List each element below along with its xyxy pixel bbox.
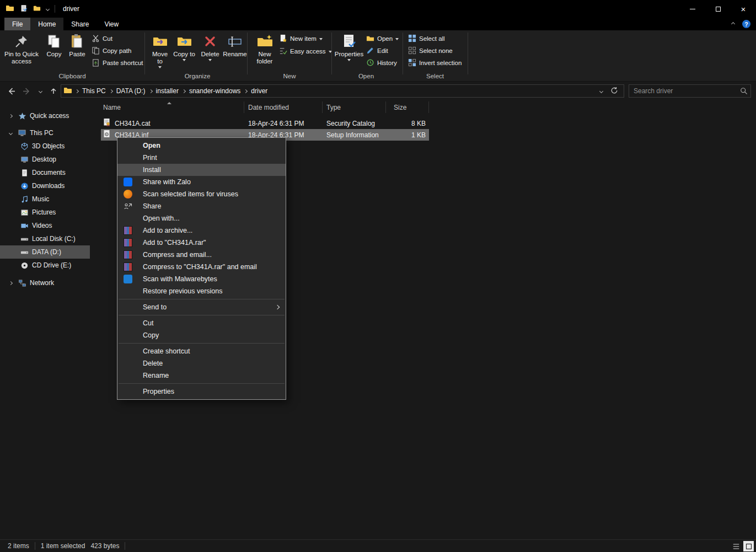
large-icons-view-button[interactable] <box>743 541 754 551</box>
menu-item-compress-and-email[interactable]: Compress and email... <box>117 249 286 261</box>
copy-path-button[interactable]: Copy path <box>92 45 131 57</box>
sidebar-item-data-d[interactable]: DATA (D:) <box>0 245 90 259</box>
back-button[interactable] <box>4 84 19 98</box>
up-button[interactable] <box>46 84 61 98</box>
details-view-button[interactable] <box>731 541 741 551</box>
breadcrumb-snander-windows[interactable]: snander-windows <box>185 87 244 95</box>
copy-button[interactable]: Copy <box>43 32 65 74</box>
easy-access-button[interactable]: Easy access <box>279 45 332 57</box>
menu-item-compress-to-rar-and-email[interactable]: Compress to "CH341A.rar" and email <box>117 261 286 273</box>
sidebar-item-videos[interactable]: Videos <box>0 219 90 232</box>
menu-item-scan-for-viruses[interactable]: Scan selected items for viruses <box>117 188 286 200</box>
select-none-icon <box>408 46 416 56</box>
open-button[interactable]: Open <box>366 33 399 45</box>
column-header-type[interactable]: Type <box>323 101 386 113</box>
menu-item-add-to-archive[interactable]: Add to archive... <box>117 224 286 237</box>
sidebar-item-3d-objects[interactable]: 3D Objects <box>0 140 90 153</box>
breadcrumb-data-d[interactable]: DATA (D:) <box>112 87 149 95</box>
quick-access-toolbar-chevron-icon[interactable] <box>46 7 50 10</box>
edit-button[interactable]: Edit <box>366 45 388 57</box>
breadcrumb-driver[interactable]: driver <box>247 87 271 95</box>
copy-label: Copy <box>47 51 62 58</box>
recent-locations-button[interactable] <box>33 84 47 98</box>
collapse-chevron-icon[interactable] <box>7 132 14 135</box>
search-input[interactable] <box>629 84 751 98</box>
menu-item-restore-previous-versions[interactable]: Restore previous versions <box>117 285 286 297</box>
address-bar[interactable]: This PC DATA (D:) installer snander-wind… <box>61 84 624 98</box>
toolbar-properties-icon[interactable] <box>20 4 28 14</box>
menu-item-label: Add to archive... <box>143 227 192 234</box>
paste-shortcut-button[interactable]: Paste shortcut <box>92 57 143 69</box>
menu-item-print[interactable]: Print <box>117 152 286 164</box>
sidebar-item-documents[interactable]: Documents <box>0 166 90 179</box>
refresh-icon[interactable] <box>610 87 618 96</box>
sidebar-item-local-disk-c[interactable]: Local Disk (C:) <box>0 232 90 245</box>
help-icon[interactable]: ? <box>742 20 750 28</box>
search-icon[interactable] <box>740 87 748 97</box>
menu-item-open-with[interactable]: Open with... <box>117 212 286 224</box>
close-button[interactable]: × <box>731 0 756 18</box>
sidebar-item-this-pc[interactable]: This PC <box>0 126 90 140</box>
select-all-button[interactable]: Select all <box>408 33 445 45</box>
pin-icon <box>14 32 29 51</box>
sidebar-item-pictures[interactable]: Pictures <box>0 206 90 219</box>
menu-item-open[interactable]: Open <box>117 140 286 152</box>
sidebar-item-cd-drive-e[interactable]: CD Drive (E:) <box>0 259 90 272</box>
column-header-date-modified[interactable]: Date modified <box>244 101 323 113</box>
setup-information-file-icon <box>103 130 111 140</box>
menu-item-share-with-zalo[interactable]: Share with Zalo <box>117 176 286 188</box>
rename-button[interactable]: Rename <box>223 32 247 74</box>
column-header-name[interactable]: Name <box>101 101 244 113</box>
details-view-icon <box>732 543 740 550</box>
download-icon <box>20 181 29 190</box>
properties-button[interactable]: Properties <box>335 32 363 74</box>
minimize-button[interactable] <box>680 0 705 18</box>
pin-to-quick-access-button[interactable]: Pin to Quick access <box>3 32 40 74</box>
expand-chevron-icon[interactable] <box>7 115 14 117</box>
maximize-button[interactable] <box>705 0 731 18</box>
cut-button[interactable]: Cut <box>92 33 112 45</box>
sidebar-item-quick-access[interactable]: Quick access <box>0 109 90 122</box>
breadcrumb-this-pc[interactable]: This PC <box>78 87 110 95</box>
file-row-ch341a-cat[interactable]: CH341A.cat 18-Apr-24 6:31 PM Security Ca… <box>101 117 429 129</box>
new-folder-button[interactable]: New folder <box>253 32 277 74</box>
forward-button[interactable] <box>19 84 33 98</box>
video-icon <box>20 221 29 230</box>
copy-to-button[interactable]: Copy to <box>173 32 195 74</box>
address-dropdown-chevron-icon[interactable] <box>599 89 603 93</box>
easy-access-icon <box>279 47 287 56</box>
sidebar-item-desktop[interactable]: Desktop <box>0 153 90 166</box>
menu-item-install[interactable]: Install <box>117 164 286 176</box>
new-item-button[interactable]: New item <box>279 33 323 45</box>
toolbar-new-folder-icon[interactable] <box>33 4 41 14</box>
history-button[interactable]: History <box>366 57 397 69</box>
invert-selection-button[interactable]: Invert selection <box>408 57 462 69</box>
menu-item-cut[interactable]: Cut <box>117 317 286 329</box>
column-header-size[interactable]: Size <box>386 101 429 113</box>
tab-share[interactable]: Share <box>63 18 96 30</box>
breadcrumb-installer[interactable]: installer <box>152 87 183 95</box>
menu-item-delete[interactable]: Delete <box>117 357 286 369</box>
menu-item-copy[interactable]: Copy <box>117 329 286 341</box>
sidebar-item-network[interactable]: Network <box>0 276 90 290</box>
menu-item-add-to-rar[interactable]: Add to "CH341A.rar" <box>117 237 286 249</box>
menu-item-create-shortcut[interactable]: Create shortcut <box>117 345 286 357</box>
delete-button[interactable]: Delete <box>199 32 222 74</box>
menu-item-scan-with-malwarebytes[interactable]: Scan with Malwarebytes <box>117 273 286 285</box>
minimize-ribbon-chevron-icon[interactable] <box>731 22 735 26</box>
menu-item-label: Share <box>143 202 161 210</box>
tab-view[interactable]: View <box>96 18 126 30</box>
select-none-button[interactable]: Select none <box>408 45 453 57</box>
menu-item-properties[interactable]: Properties <box>117 385 286 398</box>
sidebar-item-music[interactable]: Music <box>0 192 90 206</box>
tab-file[interactable]: File <box>4 18 30 30</box>
expand-chevron-icon[interactable] <box>7 282 14 285</box>
menu-item-rename[interactable]: Rename <box>117 369 286 382</box>
sidebar-item-downloads[interactable]: Downloads <box>0 179 90 192</box>
menu-item-share[interactable]: Share <box>117 200 286 212</box>
menu-item-send-to[interactable]: Send to <box>117 301 286 313</box>
file-date: 18-Apr-24 6:31 PM <box>244 120 323 127</box>
paste-button[interactable]: Paste <box>66 32 88 74</box>
tab-home[interactable]: Home <box>30 18 63 30</box>
move-to-button[interactable]: Move to <box>149 32 171 74</box>
